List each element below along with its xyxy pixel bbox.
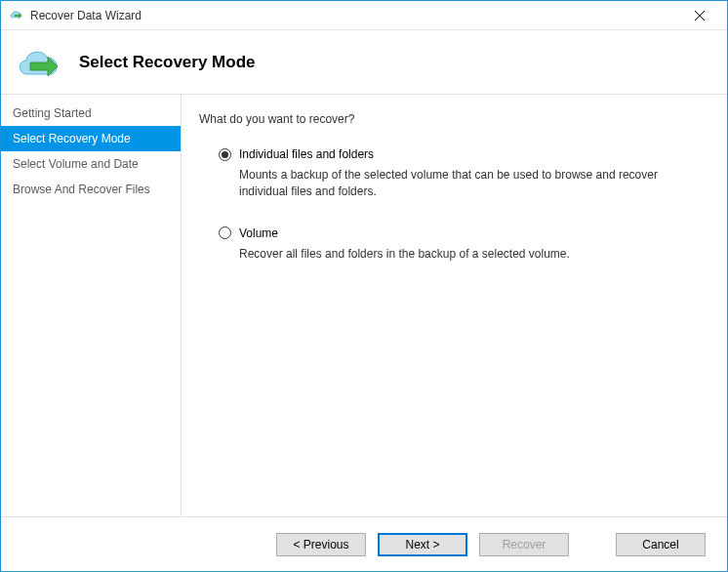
option-volume-row[interactable]: Volume	[219, 226, 704, 240]
option-individual-files-row[interactable]: Individual files and folders	[219, 147, 704, 161]
option-description: Recover all files and folders in the bac…	[219, 246, 704, 263]
previous-button[interactable]: < Previous	[276, 533, 366, 556]
radio-individual-files[interactable]	[219, 148, 231, 161]
sidebar-item-select-volume-and-date[interactable]: Select Volume and Date	[1, 151, 181, 177]
recover-button: Recover	[479, 533, 569, 556]
radio-volume[interactable]	[219, 226, 231, 239]
sidebar-item-label: Getting Started	[13, 106, 92, 120]
sidebar-item-label: Select Recovery Mode	[13, 132, 131, 145]
wizard-steps-sidebar: Getting Started Select Recovery Mode Sel…	[1, 95, 182, 516]
next-button[interactable]: Next >	[378, 533, 467, 556]
option-label: Volume	[239, 226, 278, 240]
window-title: Recover Data Wizard	[30, 9, 680, 22]
option-individual-files: Individual files and folders Mounts a ba…	[219, 147, 704, 201]
sidebar-item-browse-and-recover-files[interactable]: Browse And Recover Files	[1, 177, 181, 202]
page-title: Select Recovery Mode	[79, 53, 255, 72]
option-description: Mounts a backup of the selected volume t…	[219, 167, 704, 201]
recovery-mode-options: Individual files and folders Mounts a ba…	[199, 147, 704, 263]
wizard-footer: < Previous Next > Recover Cancel	[1, 516, 727, 571]
sidebar-item-select-recovery-mode[interactable]: Select Recovery Mode	[1, 126, 181, 151]
option-label: Individual files and folders	[239, 147, 374, 161]
wizard-header: Select Recovery Mode	[1, 30, 727, 94]
sidebar-item-label: Select Volume and Date	[13, 157, 139, 171]
content-heading: What do you want to recover?	[199, 112, 704, 126]
cancel-button[interactable]: Cancel	[616, 533, 706, 556]
titlebar: Recover Data Wizard	[1, 1, 727, 30]
close-icon	[695, 11, 705, 20]
close-button[interactable]	[680, 2, 719, 29]
sidebar-item-label: Browse And Recover Files	[13, 183, 150, 196]
wizard-window: Recover Data Wizard Select Recovery Mode…	[0, 0, 728, 572]
wizard-content: What do you want to recover? Individual …	[182, 95, 727, 516]
wizard-body: Getting Started Select Recovery Mode Sel…	[1, 94, 727, 516]
sidebar-item-getting-started[interactable]: Getting Started	[1, 101, 181, 126]
app-icon	[9, 8, 24, 23]
option-volume: Volume Recover all files and folders in …	[219, 226, 704, 263]
cloud-recover-icon	[15, 43, 61, 82]
